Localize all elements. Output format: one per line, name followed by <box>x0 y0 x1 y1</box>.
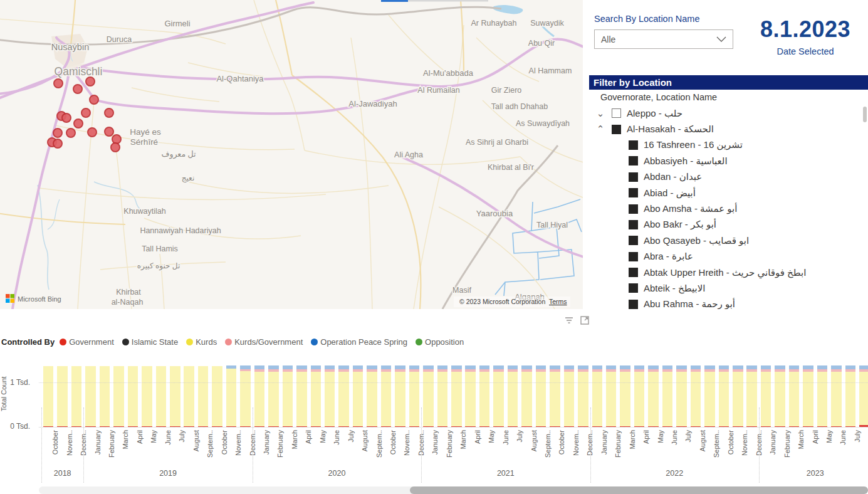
map-location-dot[interactable] <box>112 135 121 144</box>
chart-scrollbar-track[interactable] <box>39 486 868 494</box>
stacked-bar[interactable] <box>212 366 222 427</box>
tree-row[interactable]: Abo Amsha - أبو عمشة <box>589 201 863 216</box>
location-tree[interactable]: ⌄Aleppo - حلب⌃Al-Hasakah - الحسكة16 Tash… <box>589 105 863 309</box>
legend-item[interactable]: Opposition <box>416 337 464 347</box>
tree-checkbox[interactable] <box>629 268 638 277</box>
stacked-bar[interactable] <box>606 365 617 427</box>
tree-row[interactable]: 16 Tashreen - 16 تشرين <box>589 137 863 153</box>
stacked-bar[interactable] <box>761 365 771 427</box>
tree-row[interactable]: ⌃Al-Hasakah - الحسكة <box>589 121 863 137</box>
tree-row[interactable]: Abteik - الابيطخ <box>589 280 863 296</box>
stacked-bar[interactable] <box>113 366 124 427</box>
stacked-bar[interactable] <box>465 365 476 427</box>
stacked-bar[interactable] <box>676 365 687 427</box>
map-location-dot[interactable] <box>86 77 95 86</box>
stacked-bar[interactable] <box>845 365 856 427</box>
stacked-bar[interactable] <box>817 365 828 427</box>
tree-row[interactable]: Abdan - عبدان <box>589 169 863 185</box>
legend-item[interactable]: Operation Peace Spring <box>311 337 407 347</box>
tree-scrollbar-thumb[interactable] <box>863 107 867 122</box>
tree-row[interactable]: Abbasiyeh - العباسية <box>589 153 863 169</box>
tree-checkbox[interactable] <box>629 300 638 309</box>
stacked-bar[interactable] <box>311 365 322 427</box>
stacked-bar[interactable] <box>338 365 349 427</box>
location-search-dropdown[interactable]: Alle <box>594 29 733 49</box>
tree-checkbox[interactable] <box>629 236 638 245</box>
stacked-bar[interactable] <box>578 365 588 427</box>
map-location-dot[interactable] <box>66 129 75 137</box>
map-location-dot[interactable] <box>105 127 113 136</box>
map-location-dot[interactable] <box>62 113 71 122</box>
tree-checkbox[interactable] <box>629 220 638 229</box>
tree-checkbox[interactable] <box>629 204 638 214</box>
tree-checkbox[interactable] <box>629 156 638 166</box>
stacked-bar[interactable] <box>325 365 335 427</box>
stacked-bar[interactable] <box>493 365 504 427</box>
stacked-bar[interactable] <box>521 365 532 427</box>
stacked-bar[interactable] <box>43 366 54 427</box>
map-location-dot[interactable] <box>53 139 62 148</box>
map-location-dot[interactable] <box>88 128 97 137</box>
stacked-bar[interactable] <box>733 365 743 427</box>
map-location-dot[interactable] <box>90 95 98 104</box>
stacked-bar[interactable] <box>859 365 868 427</box>
stacked-bar[interactable] <box>775 365 785 427</box>
chart-scrollbar-thumb[interactable] <box>410 486 868 494</box>
stacked-bar[interactable] <box>620 365 630 427</box>
filter-lines-icon[interactable] <box>565 317 574 324</box>
tree-checkbox[interactable] <box>629 252 638 261</box>
stacked-bar[interactable] <box>536 365 546 427</box>
map-location-dot[interactable] <box>74 119 83 128</box>
stacked-bar[interactable] <box>831 365 842 427</box>
stacked-bar[interactable] <box>395 365 405 427</box>
stacked-bar[interactable] <box>508 365 518 427</box>
stacked-bar[interactable] <box>198 366 209 427</box>
stacked-bar[interactable] <box>268 365 279 427</box>
tree-checkbox[interactable] <box>629 140 638 150</box>
tree-row[interactable]: Abo Bakr - أبو بكر <box>589 217 863 233</box>
tree-row[interactable]: Abu Rahma - أبو رحمة <box>589 297 863 309</box>
stacked-bar[interactable] <box>184 366 194 427</box>
map-location-dot[interactable] <box>81 108 90 117</box>
stacked-bar[interactable] <box>283 365 293 427</box>
map-location-dot[interactable] <box>53 129 62 137</box>
legend-item[interactable]: Islamic State <box>122 337 178 347</box>
stacked-bar[interactable] <box>479 365 490 427</box>
tree-checkbox[interactable] <box>612 125 621 134</box>
tree-row[interactable]: Abra - عابرة <box>589 249 863 265</box>
stacked-bar[interactable] <box>240 365 251 427</box>
stacked-bar[interactable] <box>746 365 757 427</box>
stacked-bar[interactable] <box>170 366 180 427</box>
stacked-bar[interactable] <box>367 365 377 427</box>
legend-item[interactable]: Kurds <box>186 337 217 347</box>
map-location-dot[interactable] <box>73 85 82 93</box>
focus-mode-icon[interactable] <box>580 316 589 325</box>
stacked-bar[interactable] <box>662 365 673 427</box>
chevron-down-icon[interactable]: ⌄ <box>595 108 605 119</box>
map-location-dot[interactable] <box>54 79 63 88</box>
stacked-bar[interactable] <box>550 365 560 427</box>
map-location-dot[interactable] <box>111 143 120 152</box>
stacked-bar[interactable] <box>592 365 603 427</box>
stacked-bar[interactable] <box>296 365 307 427</box>
stacked-bar[interactable] <box>100 366 110 427</box>
stacked-bar[interactable] <box>648 365 659 427</box>
stacked-bar[interactable] <box>381 365 392 427</box>
stacked-bar[interactable] <box>423 365 434 427</box>
tree-checkbox[interactable] <box>629 188 638 197</box>
tree-row[interactable]: Abiad - أبيض <box>589 185 863 201</box>
tree-row[interactable]: ⌄Aleppo - حلب <box>589 105 863 121</box>
terms-link[interactable]: Terms <box>549 298 567 305</box>
stacked-bar[interactable] <box>634 365 645 427</box>
legend-item[interactable]: Government <box>60 337 114 347</box>
stacked-bar[interactable] <box>691 365 701 427</box>
stacked-bar[interactable] <box>719 365 729 427</box>
chevron-up-icon[interactable]: ⌃ <box>595 124 605 135</box>
stacked-bar[interactable] <box>409 365 420 427</box>
tree-checkbox[interactable] <box>612 108 621 118</box>
stacked-bar[interactable] <box>85 366 96 427</box>
stacked-bar[interactable] <box>789 365 800 427</box>
stacked-bar[interactable] <box>142 366 152 427</box>
stacked-bar[interactable] <box>437 365 448 427</box>
tree-checkbox[interactable] <box>629 283 638 293</box>
